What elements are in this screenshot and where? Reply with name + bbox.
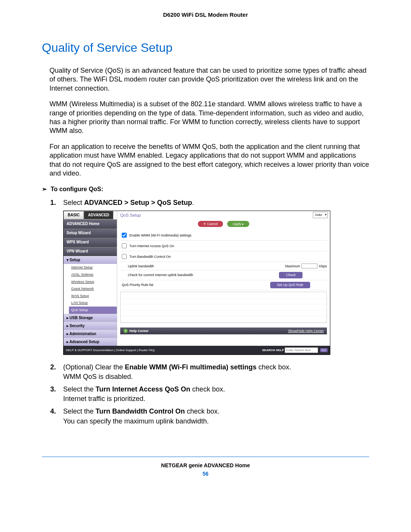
qos-rule-grid (120, 292, 327, 323)
checkbox-internet-qos[interactable] (122, 243, 127, 248)
label-maximum: Maximum (285, 264, 300, 269)
nav-internet-setup[interactable]: Internet Setup (71, 264, 117, 271)
doc-header: D6200 WiFi DSL Modem Router (42, 11, 369, 18)
step-4-text-a: Select the (63, 407, 96, 415)
show-hide-help[interactable]: Show/Hide Help Center (288, 329, 324, 334)
procedure-heading: To configure QoS: (42, 185, 369, 193)
footer-help-support[interactable]: HELP & SUPPORT Documentation | Online Su… (66, 348, 155, 352)
nav-administration[interactable]: ▸ Administration (64, 330, 117, 338)
close-icon: ✕ (203, 222, 207, 226)
arrow-icon: ▸ (241, 222, 244, 226)
step-3-result: Internet traffic is prioritized. (63, 394, 369, 404)
step-4-text-c: check box. (185, 407, 220, 415)
intro-para-3: For an application to receive the benefi… (49, 142, 369, 178)
checkbox-enable-wmm[interactable] (122, 233, 127, 238)
intro-para-2: WMM (Wireless Multimedia) is a subset of… (49, 100, 369, 136)
step-3-bold: Turn Internet Access QoS On (96, 385, 190, 393)
nav-lan-setup[interactable]: LAN Setup (71, 299, 117, 307)
step-3-text-c: check box. (190, 385, 225, 393)
step-3: Select the Turn Internet Access QoS On c… (50, 385, 369, 404)
apply-button[interactable]: Apply ▸ (227, 221, 249, 227)
nav-advanced-home[interactable]: ADVANCED Home (64, 219, 117, 228)
cancel-label: Cancel (207, 222, 218, 226)
step-1-text-c: . (192, 199, 194, 206)
nav-adsl-settings[interactable]: ADSL Settings (71, 271, 117, 278)
qos-setup-screenshot: BASIC ADVANCED ADVANCED Home Setup Wizar… (63, 211, 330, 355)
nav-usb-storage[interactable]: ▸ USB Storage (64, 314, 117, 322)
step-3-text-a: Select the (63, 385, 96, 393)
step-4-bold: Turn Bandwidth Control On (96, 407, 185, 415)
nav-security[interactable]: ▸ Security (64, 322, 117, 330)
content-title: QoS Setup (120, 212, 327, 218)
step-2-text-a: (Optional) Clear the (63, 363, 125, 371)
cancel-button[interactable]: ✕ Cancel (198, 221, 223, 227)
section-title: Quality of Service Setup (42, 41, 369, 55)
label-bandwidth-control: Turn Bandwidth Control On (129, 254, 171, 259)
content-pane: Auto QoS Setup ✕ Cancel Apply ▸ Enable W… (117, 211, 330, 345)
intro-para-1: Quality of Service (QoS) is an advanced … (49, 66, 369, 93)
nav-wan-setup[interactable]: WAN Setup (71, 292, 117, 300)
check-button[interactable]: Check (279, 272, 303, 278)
step-4-result: You can specify the maximum uplink bandw… (63, 417, 369, 426)
checkbox-bandwidth-control[interactable] (122, 254, 127, 259)
help-icon: ? (123, 329, 128, 333)
search-help-label: SEARCH HELP (262, 348, 284, 352)
nav-wps-wizard[interactable]: WPS Wizard (64, 238, 117, 247)
go-button[interactable]: GO (320, 348, 328, 352)
input-max-bandwidth[interactable] (301, 264, 317, 268)
search-input[interactable] (285, 347, 318, 353)
tab-basic[interactable]: BASIC (64, 211, 84, 219)
nav-vpn-wizard[interactable]: VPN Wizard (64, 247, 117, 256)
page-number: 56 (42, 471, 369, 477)
nav-guest-network[interactable]: Guest Network (71, 285, 117, 292)
step-1-text-a: Select (63, 199, 84, 206)
label-enable-wmm: Enable WMM (Wi-Fi multimedia) settings (129, 233, 191, 238)
step-2-result: WMM QoS is disabled. (63, 372, 369, 382)
step-4: Select the Turn Bandwidth Control On che… (50, 407, 369, 426)
auto-dropdown[interactable]: Auto (313, 212, 328, 218)
footer-title: NETGEAR genie ADVANCED Home (42, 462, 369, 468)
nav-setup[interactable]: ▾ Setup (64, 256, 117, 264)
label-internet-qos: Turn Internet Access QoS On (129, 244, 174, 249)
nav-advanced-setup[interactable]: ▸ Advanced Setup (64, 338, 117, 346)
label-kbps: Kbps (319, 264, 327, 269)
step-1-path: ADVANCED > Setup > QoS Setup (84, 199, 192, 206)
step-1: Select ADVANCED > Setup > QoS Setup. BAS… (50, 198, 369, 359)
nav-setup-wizard[interactable]: Setup Wizard (64, 228, 117, 238)
label-qos-rule-list: QoS Priority Rule list (122, 283, 190, 288)
step-2-bold: Enable WMM (Wi-Fi multimedia) settings (125, 363, 256, 371)
help-center-label[interactable]: Help Center (129, 329, 149, 333)
label-check-uplink: Check for current Internet uplink bandwi… (128, 273, 196, 278)
sidebar: BASIC ADVANCED ADVANCED Home Setup Wizar… (64, 211, 117, 345)
label-uplink: Uplink bandwidth (128, 264, 196, 269)
tab-advanced[interactable]: ADVANCED (84, 211, 113, 219)
step-2: (Optional) Clear the Enable WMM (Wi-Fi m… (50, 363, 369, 382)
nav-qos-setup[interactable]: QoS Setup (69, 307, 117, 314)
step-2-text-c: check box. (256, 363, 291, 371)
nav-wireless-setup[interactable]: Wireless Setup (71, 278, 117, 286)
setup-qos-rule-button[interactable]: Set Up QoS Rule (270, 282, 310, 288)
apply-label: Apply (233, 222, 241, 226)
